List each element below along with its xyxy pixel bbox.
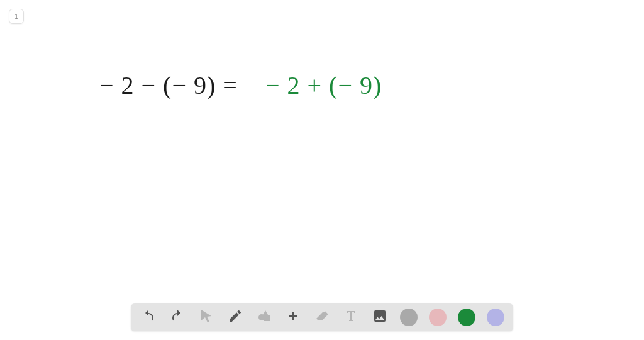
eraser-icon	[314, 309, 330, 326]
pointer-button[interactable]	[197, 309, 215, 326]
drawing-toolbar	[131, 303, 513, 331]
whiteboard-canvas[interactable]: − 2 − (− 9) = − 2 + (− 9)	[0, 0, 644, 340]
text-button[interactable]	[342, 309, 360, 326]
plus-icon	[286, 309, 301, 326]
redo-icon	[170, 309, 185, 326]
color-pink[interactable]	[429, 309, 447, 326]
svg-rect-1	[264, 315, 270, 321]
image-button[interactable]	[371, 309, 389, 326]
color-green[interactable]	[458, 309, 475, 326]
svg-point-0	[258, 314, 265, 320]
add-button[interactable]	[284, 309, 302, 326]
undo-icon	[141, 309, 156, 326]
equation-left: − 2 − (− 9) =	[99, 71, 238, 100]
redo-button[interactable]	[169, 309, 186, 326]
image-icon	[372, 309, 387, 326]
equation-right: − 2 + (− 9)	[265, 71, 382, 100]
pencil-button[interactable]	[226, 309, 244, 326]
pencil-icon	[228, 309, 243, 326]
pointer-icon	[199, 309, 214, 326]
shapes-icon	[257, 309, 272, 326]
shapes-button[interactable]	[255, 309, 273, 326]
color-gray[interactable]	[400, 309, 418, 326]
eraser-button[interactable]	[313, 309, 331, 326]
undo-button[interactable]	[140, 309, 157, 326]
color-lavender[interactable]	[487, 309, 504, 326]
text-icon	[343, 309, 358, 326]
